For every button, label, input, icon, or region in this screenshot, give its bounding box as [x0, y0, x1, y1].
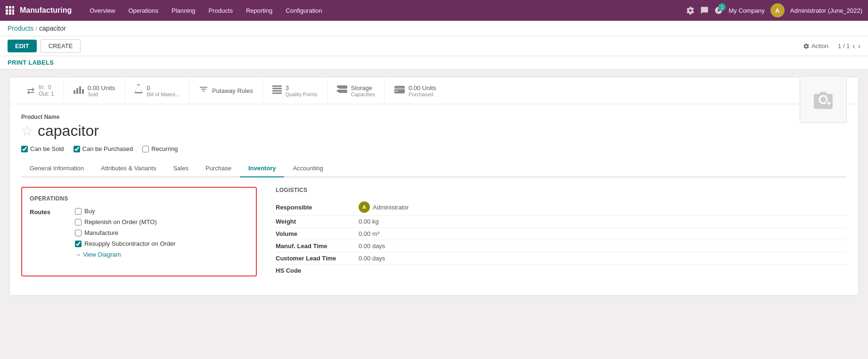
logistics-section: Logistics Responsible A Administrator We… [276, 187, 847, 276]
pagination: 1 / 1 ‹ › [838, 42, 860, 50]
nav-operations[interactable]: Operations [122, 0, 165, 21]
credit-card-icon [394, 86, 405, 96]
product-image-placeholder[interactable] [800, 76, 847, 123]
activity-badge: 1 [718, 3, 726, 11]
pagination-text: 1 / 1 [838, 42, 850, 50]
svg-rect-3 [6, 9, 8, 12]
edit-button[interactable]: EDIT [8, 40, 37, 52]
svg-rect-15 [272, 90, 282, 92]
app-name: Manufacturing [20, 6, 72, 15]
tab-attributes-variants[interactable]: Attributes & Variants [92, 160, 165, 177]
svg-rect-1 [9, 6, 11, 8]
responsible-avatar: A [359, 201, 370, 213]
breadcrumb-separator: / [35, 25, 37, 32]
routes-list: Buy Replenish on Order (MTO) Manufacture [75, 208, 176, 247]
nav-planning[interactable]: Planning [165, 0, 202, 21]
create-button[interactable]: CREATE [41, 39, 81, 53]
svg-rect-14 [272, 88, 282, 89]
bom-label: Bill of Materi... [147, 92, 180, 97]
units-sold-text: 0.00 Units Sold [88, 84, 115, 97]
nav-overview[interactable]: Overview [83, 0, 122, 21]
svg-rect-2 [12, 6, 14, 8]
purchased-label: Purchased [409, 92, 436, 97]
svg-rect-23 [395, 91, 398, 92]
app-grid-icon[interactable] [6, 6, 14, 15]
action-button[interactable]: Action [803, 42, 828, 50]
chat-icon[interactable] [700, 6, 709, 15]
operations-title: Operations [30, 195, 248, 202]
breadcrumb-parent[interactable]: Products [8, 25, 33, 32]
stat-quality[interactable]: 3 Quality Points [263, 78, 328, 104]
tab-purchase[interactable]: Purchase [197, 160, 240, 177]
can-be-purchased-checkbox[interactable]: Can be Purchased [74, 145, 133, 152]
main-content: ⇄ In: 0 Out: 1 0.00 Units Sold [0, 69, 868, 303]
routes-row: Routes Buy Replenish on Order (MTO) [30, 208, 248, 247]
nav-configuration[interactable]: Configuration [279, 0, 328, 21]
weight-value: 0.00 kg [359, 218, 379, 225]
view-diagram-link[interactable]: View Diagram [75, 251, 248, 258]
svg-rect-16 [272, 92, 282, 94]
svg-rect-7 [9, 12, 11, 15]
print-labels-button[interactable]: PRINT LABELS [8, 59, 54, 66]
logistics-responsible: Responsible A Administrator [276, 199, 847, 216]
product-card: ⇄ In: 0 Out: 1 0.00 Units Sold [9, 77, 859, 296]
volume-value: 0.00 m³ [359, 230, 379, 237]
svg-rect-9 [74, 90, 75, 94]
prev-button[interactable]: ‹ [852, 42, 855, 50]
recurring-label: Recurring [151, 145, 178, 152]
purchased-text: 0.00 Units Purchased [409, 84, 436, 97]
tab-inventory[interactable]: Inventory [240, 160, 285, 177]
can-be-sold-checkbox[interactable]: Can be Sold [21, 145, 64, 152]
bom-text: 0 Bill of Materi... [147, 84, 180, 97]
transfer-icon: ⇄ [27, 85, 35, 96]
settings-icon[interactable] [686, 6, 695, 15]
recurring-checkbox[interactable]: Recurring [142, 145, 178, 152]
in-label: In: 0 [39, 84, 54, 91]
stat-storage[interactable]: Storage Capacities [328, 78, 385, 104]
route-buy[interactable]: Buy [75, 208, 176, 215]
nav-reporting[interactable]: Reporting [239, 0, 279, 21]
units-sold-value: 0.00 Units [88, 84, 115, 92]
tab-accounting[interactable]: Accounting [284, 160, 331, 177]
weight-label: Weight [276, 218, 351, 225]
product-body: Product Name ☆ capacitor Can be Sold Can… [10, 104, 858, 295]
nav-items: Overview Operations Planning Products Re… [83, 0, 684, 21]
svg-rect-6 [6, 12, 8, 15]
routes-label: Routes [30, 208, 67, 247]
stat-bom[interactable]: 0 Bill of Materi... [125, 78, 189, 104]
hs-code-label: HS Code [276, 267, 351, 274]
checkboxes-row: Can be Sold Can be Purchased Recurring [21, 145, 800, 152]
product-name-label: Product Name [21, 114, 800, 120]
action-label: Action [811, 42, 828, 50]
favorite-star-icon[interactable]: ☆ [21, 123, 33, 139]
svg-rect-11 [79, 86, 81, 94]
list-icon [272, 85, 282, 96]
flask-icon [134, 84, 143, 97]
tab-sales[interactable]: Sales [164, 160, 197, 177]
route-manufacture[interactable]: Manufacture [75, 229, 176, 236]
product-title: capacitor [38, 122, 99, 140]
can-be-purchased-label: Can be Purchased [82, 145, 133, 152]
svg-rect-12 [82, 89, 84, 94]
logistics-manuf-lead: Manuf. Lead Time 0.00 days [276, 240, 847, 252]
svg-rect-8 [12, 12, 14, 15]
next-button[interactable]: › [858, 42, 860, 50]
manuf-lead-value: 0.00 days [359, 242, 385, 250]
customer-lead-value: 0.00 days [359, 255, 385, 262]
stat-purchased[interactable]: 0.00 Units Purchased [385, 78, 446, 104]
stat-in-out[interactable]: ⇄ In: 0 Out: 1 [17, 77, 64, 104]
nav-products[interactable]: Products [202, 0, 239, 21]
purchased-value: 0.00 Units [409, 84, 436, 92]
activity-icon[interactable]: 1 [714, 6, 723, 15]
user-avatar[interactable]: A [770, 3, 785, 17]
svg-rect-22 [394, 88, 405, 90]
tab-general-information[interactable]: General Information [21, 160, 92, 177]
can-be-sold-label: Can be Sold [30, 145, 64, 152]
logistics-weight: Weight 0.00 kg [276, 216, 847, 228]
breadcrumb: Products / capacitor [0, 21, 868, 36]
route-mto[interactable]: Replenish on Order (MTO) [75, 218, 176, 225]
stat-putaway[interactable]: Putaway Rules [189, 78, 263, 103]
stat-units-sold[interactable]: 0.00 Units Sold [64, 78, 125, 104]
svg-rect-19 [337, 88, 339, 90]
route-resupply[interactable]: Resupply Subcontractor on Order [75, 240, 176, 247]
